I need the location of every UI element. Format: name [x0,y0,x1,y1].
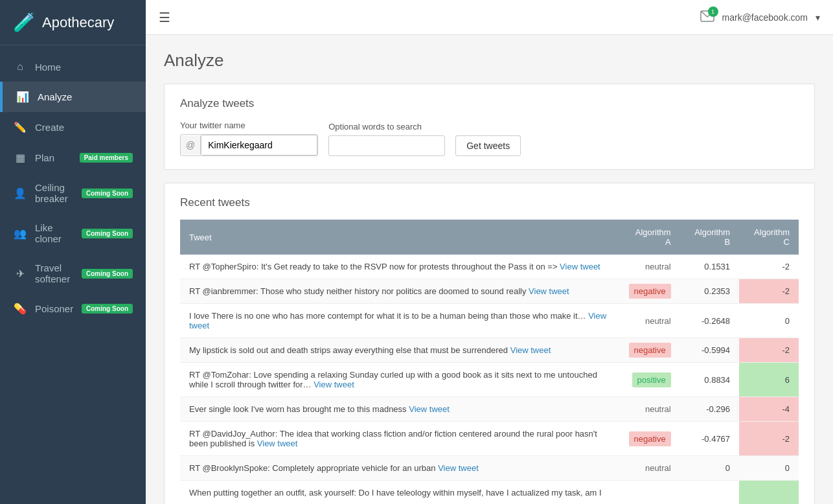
sidebar-item-like-cloner[interactable]: 👥 Like cloner Coming Soon [0,213,146,253]
tweet-text-cell: RT @DavidJoy_Author: The idea that worki… [180,422,619,456]
sidebar-item-create[interactable]: ✏️ Create [0,112,146,143]
optional-words-input[interactable] [328,135,445,156]
sidebar-item-travel-softener[interactable]: ✈ Travel softener Coming Soon [0,253,146,293]
alg-c-cell: 0 [739,304,799,338]
view-tweet-link[interactable]: View tweet [314,380,354,389]
sidebar-item-label: Home [35,62,133,73]
plan-icon: ▦ [13,152,27,164]
sidebar-item-label: Like cloner [35,222,82,244]
tweets-table: Tweet Algorithm A Algorithm B Algorithm … [180,220,799,504]
table-row: I love There is no one who has more cont… [180,304,799,338]
alg-b-cell: -0.5994 [680,338,739,363]
tweet-text-cell: Ever single look I've worn has brought m… [180,397,619,422]
alg-c-cell: -4 [739,397,799,422]
alg-c-cell: -2 [739,338,799,363]
sentiment-badge: negative [629,431,671,446]
sidebar-item-home[interactable]: ⌂ Home [0,52,146,82]
sidebar: 🧪 Apothecary ⌂ Home 📊 Analyze ✏️ Create … [0,0,146,504]
sidebar-item-label: Analyze [38,91,133,102]
tweet-text-cell: RT @ianbremmer: Those who study neither … [180,279,619,304]
create-icon: ✏️ [13,121,27,133]
coming-soon-badge: Coming Soon [82,229,133,238]
alg-c-cell: -2 [739,279,799,304]
sidebar-item-poisoner[interactable]: 💊 Poisoner Coming Soon [0,293,146,324]
alg-c-cell: -2 [739,255,799,279]
optional-words-group: Optional words to search [328,122,445,156]
analyze-form-row: Your twitter name @ Optional words to se… [180,120,799,156]
home-icon: ⌂ [13,61,27,73]
col-tweet: Tweet [180,220,619,255]
analyze-tweets-card: Analyze tweets Your twitter name @ Optio… [164,84,815,170]
table-row: My lipstick is sold out and death strips… [180,338,799,363]
menu-icon[interactable]: ☰ [159,10,170,25]
chevron-down-icon[interactable]: ▾ [816,12,820,23]
sidebar-nav: ⌂ Home 📊 Analyze ✏️ Create ▦ Plan Paid m… [0,45,146,324]
analyze-icon: 📊 [16,91,30,103]
ceiling-breaker-icon: 👤 [13,187,27,200]
analyze-card-title: Analyze tweets [180,97,799,110]
logo-text: Apothecary [42,14,114,31]
main-area: ☰ 1 mark@facebook.com ▾ Analyze Analyze … [146,0,833,504]
coming-soon-badge: Coming Soon [82,189,133,198]
tweet-text-cell: RT @TomZohar: Love spending a relaxing S… [180,363,619,397]
header: ☰ 1 mark@facebook.com ▾ [146,0,833,35]
alg-c-cell [739,481,799,505]
table-row: RT @ianbremmer: Those who study neither … [180,279,799,304]
view-tweet-link[interactable]: View tweet [510,345,551,355]
alg-c-cell: -2 [739,422,799,456]
coming-soon-badge: Coming Soon [82,269,133,279]
alg-b-cell: 0.2353 [680,279,739,304]
header-right: 1 mark@facebook.com ▾ [700,10,820,24]
col-alg-c: Algorithm C [739,220,799,255]
view-tweet-link[interactable]: View tweet [438,463,479,473]
col-alg-b: Algorithm B [680,220,739,255]
alg-c-cell: 6 [739,363,799,397]
alg-b-cell: 0.8834 [680,363,739,397]
alg-c-cell: 0 [739,456,799,481]
alg-a-cell: neutral [619,397,680,422]
sidebar-item-label: Ceiling breaker [35,182,82,204]
sidebar-item-plan[interactable]: ▦ Plan Paid members [0,143,146,173]
view-tweet-link[interactable]: View tweet [529,286,569,296]
poisoner-icon: 💊 [13,303,27,315]
col-alg-a: Algorithm A [619,220,680,255]
travel-softener-icon: ✈ [13,268,27,280]
table-row: RT @BrooklynSpoke: Completely appropriat… [180,456,799,481]
email-icon[interactable]: 1 [700,10,714,24]
user-email: mark@facebook.com [722,12,808,23]
view-tweet-link[interactable]: View tweet [257,439,298,448]
view-tweet-link[interactable]: View tweet [560,262,600,271]
view-tweet-link[interactable]: View tweet [189,311,606,330]
sidebar-item-ceiling-breaker[interactable]: 👤 Ceiling breaker Coming Soon [0,173,146,213]
sidebar-item-label: Poisoner [35,303,82,314]
page-title: Analyze [164,51,815,71]
table-row: RT @TomZohar: Love spending a relaxing S… [180,363,799,397]
recent-tweets-card: Recent tweets Tweet Algorithm A Algorith… [164,183,815,504]
alg-b-cell: 0 [680,456,739,481]
view-tweet-link[interactable]: View tweet [409,404,450,414]
sentiment-badge: negative [629,343,671,358]
twitter-input-wrapper: @ [180,134,318,156]
recent-tweets-title: Recent tweets [180,196,799,209]
alg-a-cell: neutral [619,456,680,481]
sentiment-badge: neutral [645,404,671,414]
sidebar-item-label: Travel softener [35,262,82,284]
paid-badge: Paid members [80,153,133,163]
table-row: RT @DavidJoy_Author: The idea that worki… [180,422,799,456]
sentiment-badge: neutral [645,262,671,271]
twitter-name-input[interactable] [201,135,317,155]
email-badge: 1 [708,6,718,17]
alg-b-cell: -0.2648 [680,304,739,338]
tweets-table-body: RT @TopherSpiro: It's Get ready to take … [180,255,799,504]
alg-b-cell [680,481,739,505]
sidebar-item-analyze[interactable]: 📊 Analyze [0,82,146,112]
alg-a-cell: negative [619,279,680,304]
twitter-name-group: Your twitter name @ [180,120,318,156]
coming-soon-badge: Coming Soon [82,304,133,314]
twitter-name-label: Your twitter name [180,120,318,130]
tweet-text-cell: When putting together an outfit, ask you… [180,481,619,505]
sentiment-badge: neutral [645,463,671,473]
tweet-text-cell: I love There is no one who has more cont… [180,304,619,338]
alg-b-cell: -0.296 [680,397,739,422]
get-tweets-button[interactable]: Get tweets [455,135,521,156]
